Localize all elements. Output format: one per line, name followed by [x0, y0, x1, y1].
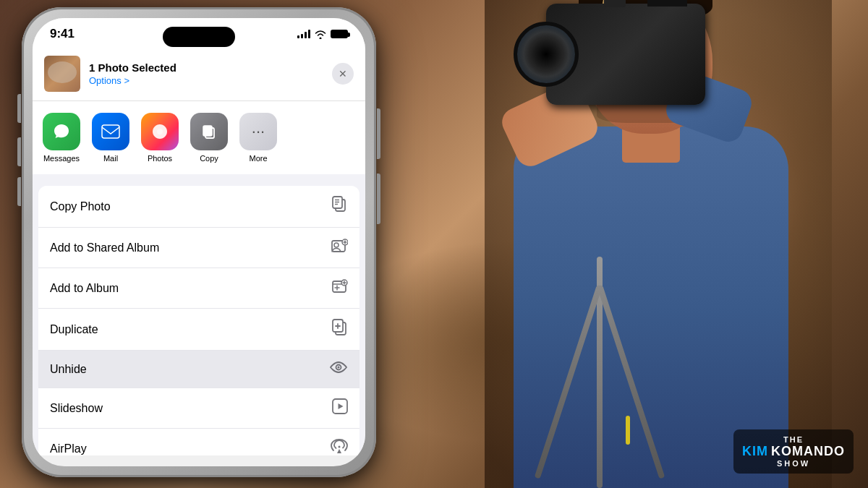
svg-point-10 — [334, 243, 339, 247]
app-item-mail[interactable]: Mail — [90, 113, 131, 163]
menu-item-airplay[interactable]: AirPlay — [38, 429, 359, 455]
photos-icon — [141, 113, 179, 150]
menu-item-unhide[interactable]: Unhide — [38, 351, 359, 388]
mail-label: Mail — [103, 154, 118, 163]
iphone-screen: 9:41 — [33, 18, 365, 466]
signal-bar-3 — [305, 32, 307, 38]
app-item-messages[interactable]: Messages — [41, 113, 82, 163]
share-title: 1 Photo Selected — [89, 61, 323, 74]
share-sheet-header: 1 Photo Selected Options > ✕ — [33, 47, 365, 101]
messages-label: Messages — [43, 154, 80, 163]
copy-label-app: Copy — [200, 154, 218, 163]
signal-bars — [297, 30, 310, 38]
more-label: More — [249, 154, 267, 163]
signal-bar-1 — [297, 35, 299, 38]
photographer-area — [376, 0, 868, 488]
unhide-label: Unhide — [50, 363, 87, 376]
apps-row: Messages Mail Photos — [33, 101, 365, 180]
signal-bar-2 — [301, 34, 303, 38]
logo-show: SHOW — [777, 459, 810, 468]
mail-icon — [92, 113, 129, 150]
status-bar: 9:41 — [33, 18, 365, 47]
menu-list: Copy Photo Ad — [33, 180, 365, 455]
share-options[interactable]: Options > — [89, 75, 323, 86]
logo-the: THE — [783, 435, 804, 444]
status-icons — [297, 30, 348, 39]
svg-point-1 — [157, 129, 163, 134]
menu-item-shared-album[interactable]: Add to Shared Album — [38, 228, 359, 268]
app-item-more[interactable]: ··· More — [238, 113, 278, 163]
duplicate-label: Duplicate — [50, 323, 98, 336]
iphone-frame: 9:41 — [22, 7, 376, 477]
logo-komando: KOMANDO — [771, 444, 845, 459]
logo-area: THE KIM KOMANDO SHOW — [733, 429, 854, 474]
screen-content: 1 Photo Selected Options > ✕ Messages — [33, 47, 365, 455]
app-item-copy[interactable]: Copy — [189, 113, 229, 163]
share-info: 1 Photo Selected Options > — [89, 61, 323, 86]
airplay-icon — [331, 439, 348, 455]
menu-item-add-album[interactable]: Add to Album — [38, 268, 359, 309]
svg-rect-3 — [203, 126, 212, 136]
more-icon: ··· — [239, 113, 277, 150]
shared-album-icon — [331, 238, 348, 257]
wifi-icon — [315, 30, 326, 39]
battery-icon — [331, 30, 348, 38]
copy-photo-label: Copy Photo — [50, 200, 111, 213]
unhide-icon — [329, 361, 348, 377]
add-album-icon — [331, 278, 348, 298]
menu-item-slideshow[interactable]: Slideshow — [38, 388, 359, 429]
close-button[interactable]: ✕ — [332, 63, 354, 85]
messages-icon — [43, 113, 80, 150]
logo-kim: KIM — [742, 444, 768, 459]
share-thumbnail — [44, 56, 80, 92]
photos-label: Photos — [148, 154, 172, 163]
svg-point-23 — [338, 367, 340, 369]
add-album-label: Add to Album — [50, 282, 119, 295]
menu-item-duplicate[interactable]: Duplicate — [38, 309, 359, 351]
svg-point-25 — [339, 446, 341, 448]
slideshow-label: Slideshow — [50, 402, 103, 415]
signal-bar-4 — [308, 30, 310, 38]
dynamic-island — [163, 27, 235, 47]
slideshow-icon — [332, 398, 348, 418]
copy-photo-icon — [332, 196, 348, 217]
svg-rect-0 — [102, 125, 119, 138]
app-item-photos[interactable]: Photos — [140, 113, 180, 163]
copy-icon-app — [190, 113, 228, 150]
menu-section-1: Copy Photo Ad — [38, 186, 359, 455]
menu-item-copy-photo[interactable]: Copy Photo — [38, 186, 359, 228]
status-time: 9:41 — [50, 27, 75, 41]
airplay-label: AirPlay — [50, 442, 87, 455]
shared-album-label: Add to Shared Album — [50, 241, 159, 254]
duplicate-icon — [332, 319, 348, 340]
